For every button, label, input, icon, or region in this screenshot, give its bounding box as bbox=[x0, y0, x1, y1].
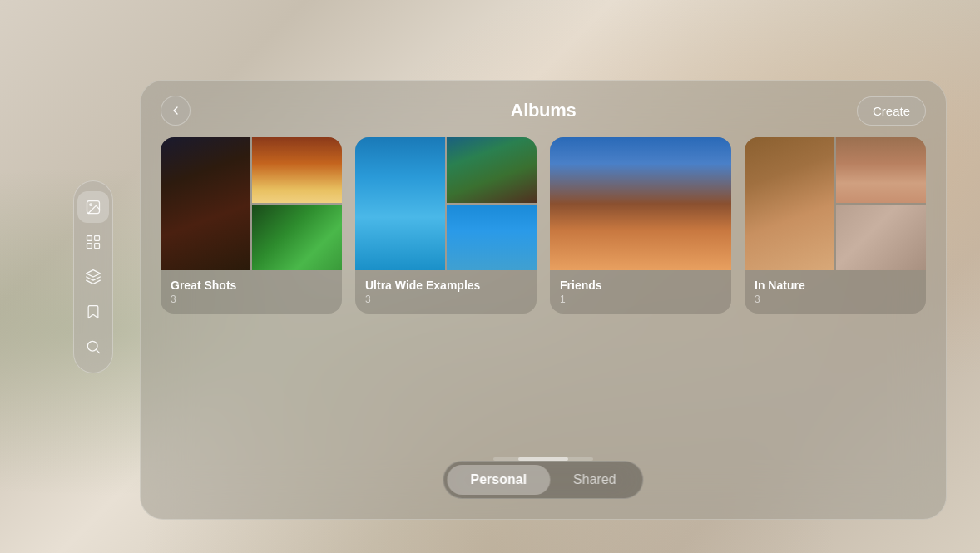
album-card-ultra-wide[interactable]: Ultra Wide Examples 3 bbox=[355, 137, 537, 314]
sidebar-item-grid[interactable] bbox=[77, 226, 109, 258]
album-count: 3 bbox=[365, 294, 527, 305]
album-name: Ultra Wide Examples bbox=[365, 279, 527, 292]
main-panel: Albums Create Great Shots 3 bbox=[140, 80, 947, 520]
album-thumb bbox=[252, 205, 342, 270]
album-name: Great Shots bbox=[171, 279, 332, 292]
album-info: Ultra Wide Examples 3 bbox=[355, 270, 537, 314]
album-name: In Nature bbox=[755, 279, 916, 292]
album-thumbnails-in-nature bbox=[745, 137, 926, 270]
sidebar-item-photos[interactable] bbox=[77, 191, 109, 223]
back-button[interactable] bbox=[161, 96, 191, 126]
svg-rect-3 bbox=[95, 235, 100, 240]
album-thumb bbox=[161, 137, 250, 270]
svg-line-7 bbox=[97, 349, 100, 353]
album-info: In Nature 3 bbox=[745, 270, 926, 314]
album-thumb bbox=[745, 137, 834, 270]
sidebar bbox=[73, 180, 113, 373]
album-thumbnails-ultra-wide bbox=[355, 137, 537, 270]
album-thumb bbox=[252, 137, 342, 203]
album-info: Great Shots 3 bbox=[161, 270, 342, 314]
album-count: 3 bbox=[171, 294, 332, 305]
album-count: 1 bbox=[560, 294, 721, 305]
panel-title: Albums bbox=[511, 100, 577, 121]
svg-point-6 bbox=[87, 341, 97, 351]
album-count: 3 bbox=[755, 294, 916, 305]
svg-rect-2 bbox=[87, 235, 92, 240]
album-card-great-shots[interactable]: Great Shots 3 bbox=[161, 137, 342, 314]
sidebar-item-search[interactable] bbox=[77, 331, 109, 363]
tab-bar: Personal Shared bbox=[443, 461, 643, 499]
sidebar-item-memories[interactable] bbox=[77, 296, 109, 328]
create-button[interactable]: Create bbox=[857, 96, 926, 126]
album-thumb bbox=[355, 137, 445, 270]
tab-shared[interactable]: Shared bbox=[550, 465, 640, 495]
album-name: Friends bbox=[560, 279, 721, 292]
album-thumb bbox=[836, 137, 926, 203]
album-thumb bbox=[836, 205, 926, 270]
panel-header: Albums Create bbox=[141, 81, 946, 137]
album-thumbnails-friends bbox=[550, 137, 731, 270]
album-thumbnails-great-shots bbox=[161, 137, 342, 270]
album-thumb bbox=[447, 205, 537, 270]
album-card-friends[interactable]: Friends 1 bbox=[550, 137, 731, 314]
albums-grid: Great Shots 3 Ultra Wide Examples 3 bbox=[141, 137, 946, 333]
album-thumb bbox=[447, 137, 537, 203]
sidebar-item-spatial[interactable] bbox=[77, 261, 109, 293]
album-card-in-nature[interactable]: In Nature 3 bbox=[745, 137, 926, 314]
svg-rect-4 bbox=[87, 243, 92, 248]
svg-point-1 bbox=[90, 203, 92, 205]
album-info: Friends 1 bbox=[550, 270, 731, 314]
album-thumb bbox=[550, 137, 731, 270]
tab-personal[interactable]: Personal bbox=[447, 465, 550, 495]
svg-rect-5 bbox=[95, 243, 100, 248]
